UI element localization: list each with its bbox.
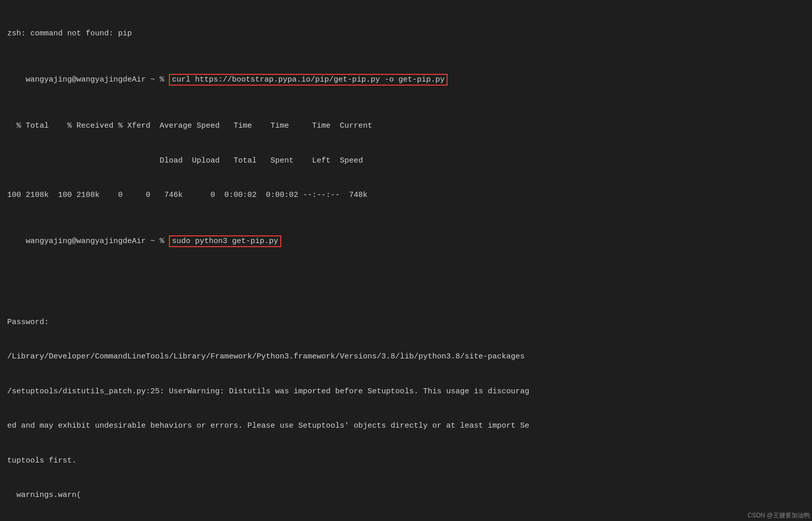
prompt-2: wangyajing@wangyajingdeAir ~ % [26,237,169,246]
line-path3: ed and may exhibit undesirable behaviors… [7,420,805,432]
sudo-command: sudo python3 get-pip.py [169,235,281,247]
line-transfer-data: 100 2108k 100 2108k 0 0 746k 0 0:00:02 0… [7,190,805,202]
terminal-window: zsh: command not found: pip wangyajing@w… [7,5,805,521]
watermark: CSDN @王腱要加油鸭 [747,511,810,520]
line-transfer-header1: % Total % Received % Xferd Average Speed… [7,121,805,132]
line-blank-1 [7,282,805,294]
curl-command: curl https://bootstrap.pypa.io/pip/get-p… [169,74,448,86]
line-sudo-cmd: wangyajing@wangyajingdeAir ~ % sudo pyth… [7,225,805,259]
line-curl-cmd: wangyajing@wangyajingdeAir ~ % curl http… [7,63,805,98]
line-path1: /Library/Developer/CommandLineTools/Libr… [7,351,805,363]
line-path2: /setuptools/distutils_patch.py:25: UserW… [7,386,805,398]
line-warnings-warn: warnings.warn( [7,490,805,502]
line-transfer-header2: Dload Upload Total Spent Left Speed [7,155,805,167]
prompt-1: wangyajing@wangyajingdeAir ~ % [26,75,169,84]
line-zsh-error: zsh: command not found: pip [7,28,805,40]
line-path4: tuptools first. [7,455,805,467]
line-password: Password: [7,317,805,329]
